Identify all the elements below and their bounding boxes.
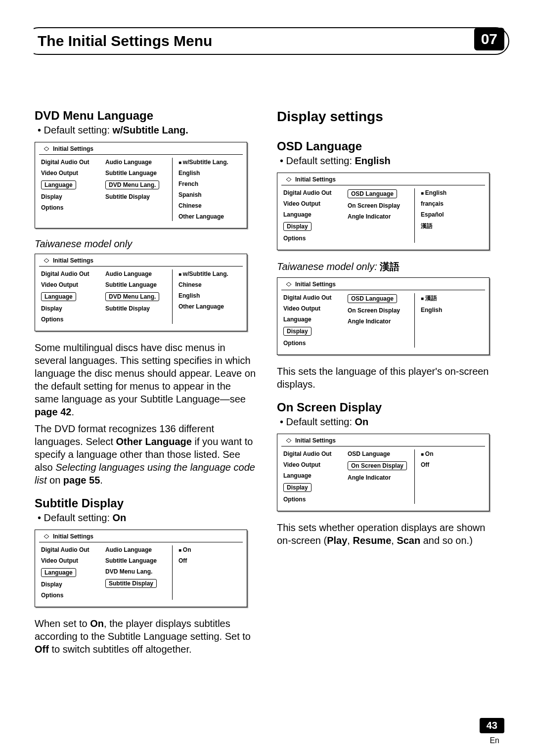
heading-on-screen-display: On Screen Display	[277, 400, 499, 414]
osd-title-bar: Initial Settings	[39, 254, 243, 267]
osd-nav-item: Display	[39, 580, 103, 589]
svg-marker-4	[286, 282, 291, 286]
osd-nav-item: Display	[281, 221, 346, 232]
osd-nav-item: Video Output	[281, 199, 346, 208]
osd-setting-item: Audio Language	[103, 545, 168, 554]
right-column: Display settings OSD Language Default se…	[277, 109, 499, 726]
paragraph: The DVD format recognizes 136 different …	[35, 422, 257, 487]
osd-title-bar: Initial Settings	[281, 434, 485, 446]
paragraph: This sets the language of this player's …	[277, 365, 499, 391]
osd-nav-item: Digital Audio Out	[281, 188, 346, 197]
osd-nav-item: Digital Audio Out	[39, 158, 103, 167]
chapter-header: The Initial Settings Menu	[25, 27, 509, 55]
osd-nav-item: Digital Audio Out	[39, 545, 103, 554]
osd-setting-item: DVD Menu Lang.	[103, 567, 168, 576]
svg-marker-0	[44, 147, 49, 151]
heading-subtitle-display: Subtitle Display	[35, 496, 257, 510]
osd-value-item: Chinese	[177, 280, 243, 289]
osd-value-item: English	[419, 188, 485, 197]
osd-title-bar: Initial Settings	[281, 278, 485, 290]
osd-setting-item: Angle Indicator	[346, 212, 410, 221]
osd-value-item: Other Language	[177, 302, 243, 311]
osd-nav-item: Video Output	[281, 304, 346, 313]
osd-setting-column: OSD LanguageOn Screen DisplayAngle Indic…	[346, 293, 415, 348]
paragraph: When set to On, the player displays subt…	[35, 617, 257, 656]
osd-nav-item: Options	[39, 203, 103, 212]
page-number-badge: 43	[480, 718, 504, 733]
osd-setting-column: OSD LanguageOn Screen DisplayAngle Indic…	[346, 449, 415, 504]
osd-title-text: Initial Settings	[53, 145, 93, 152]
osd-screenshot-dvd-menu-lang-tw: Initial SettingsDigital Audio OutVideo O…	[35, 254, 247, 331]
osd-value-item: w/Subtitle Lang.	[177, 269, 243, 278]
osd-title-text: Initial Settings	[295, 437, 336, 444]
osd-title-text: Initial Settings	[295, 281, 336, 288]
chapter-number-badge: 07	[474, 28, 504, 50]
osd-nav-item: Language	[281, 210, 346, 219]
osd-setting-column: Audio LanguageSubtitle LanguageDVD Menu …	[103, 545, 173, 600]
osd-nav-item: Video Output	[39, 556, 103, 565]
osd-nav-column: Digital Audio OutVideo OutputLanguageDis…	[281, 188, 346, 243]
note-taiwanese-only: Taiwanese model only: 漢語	[277, 260, 499, 273]
osd-value-item: français	[419, 199, 485, 208]
osd-setting-item: Angle Indicator	[346, 473, 410, 482]
osd-nav-item: Video Output	[39, 280, 103, 289]
osd-screenshot-osd-language-tw: Initial SettingsDigital Audio OutVideo O…	[277, 277, 490, 355]
svg-marker-3	[286, 178, 291, 181]
osd-title-bar: Initial Settings	[39, 530, 243, 542]
osd-nav-item: Display	[39, 304, 103, 313]
osd-title-text: Initial Settings	[295, 176, 336, 183]
osd-nav-item: Options	[39, 591, 103, 600]
osd-setting-item: Subtitle Display	[103, 192, 168, 201]
osd-value-item: 漢語	[419, 293, 485, 304]
osd-nav-item: Options	[281, 495, 346, 504]
osd-screenshot-osd-language: Initial SettingsDigital Audio OutVideo O…	[277, 173, 490, 250]
default-setting-line: Default setting: On	[280, 416, 499, 428]
osd-nav-item: Video Output	[281, 460, 346, 469]
note-taiwanese-only: Taiwanese model only	[35, 238, 257, 250]
osd-nav-item: Language	[39, 179, 103, 190]
osd-value-item: English	[177, 169, 243, 178]
chapter-title: The Initial Settings Menu	[26, 33, 212, 49]
osd-nav-item: Options	[39, 315, 103, 324]
osd-nav-item: Digital Audio Out	[39, 269, 103, 278]
osd-nav-item: Video Output	[39, 169, 103, 178]
osd-value-column: OnOff	[415, 449, 485, 504]
osd-value-column: EnglishfrançaisEspañol漢語	[415, 188, 485, 243]
osd-setting-column: OSD LanguageOn Screen DisplayAngle Indic…	[346, 188, 415, 243]
osd-setting-item: On Screen Display	[346, 460, 410, 471]
osd-value-item: Off	[177, 556, 243, 565]
osd-nav-item: Display	[39, 192, 103, 201]
heading-osd-language: OSD Language	[277, 139, 499, 153]
heading-dvd-menu-language: DVD Menu Language	[35, 109, 257, 123]
osd-nav-column: Digital Audio OutVideo OutputLanguageDis…	[281, 449, 346, 504]
page-body: DVD Menu Language Default setting: w/Sub…	[35, 109, 499, 726]
osd-title-text: Initial Settings	[53, 257, 93, 264]
osd-value-column: 漢語English	[415, 293, 485, 348]
osd-value-item: Chinese	[177, 201, 243, 210]
language-code: En	[490, 736, 499, 745]
default-setting-line: Default setting: English	[280, 155, 499, 167]
osd-setting-item: Audio Language	[103, 158, 168, 167]
osd-setting-column: Audio LanguageSubtitle LanguageDVD Menu …	[103, 158, 173, 221]
osd-value-item: Other Language	[177, 212, 243, 221]
osd-setting-item: Subtitle Language	[103, 280, 168, 289]
osd-setting-item: OSD Language	[346, 188, 410, 199]
heading-display-settings: Display settings	[277, 109, 499, 125]
osd-setting-item: Subtitle Display	[103, 578, 168, 589]
osd-nav-item: Display	[281, 482, 346, 493]
osd-nav-column: Digital Audio OutVideo OutputLanguageDis…	[39, 545, 103, 600]
osd-screenshot-dvd-menu-lang: Initial SettingsDigital Audio OutVideo O…	[35, 142, 247, 228]
osd-value-item: On	[177, 545, 243, 554]
osd-title-bar: Initial Settings	[39, 142, 243, 155]
osd-nav-column: Digital Audio OutVideo OutputLanguageDis…	[281, 293, 346, 348]
osd-value-item: Español	[419, 210, 485, 219]
osd-nav-item: Options	[281, 339, 346, 348]
osd-nav-column: Digital Audio OutVideo OutputLanguageDis…	[39, 158, 103, 221]
osd-screenshot-subtitle-display: Initial SettingsDigital Audio OutVideo O…	[35, 530, 247, 607]
svg-marker-2	[44, 534, 49, 538]
osd-setting-item: On Screen Display	[346, 306, 410, 315]
osd-value-column: w/Subtitle Lang.EnglishFrenchSpanishChin…	[173, 158, 243, 221]
osd-setting-item: Angle Indicator	[346, 317, 410, 326]
osd-setting-item: Subtitle Language	[103, 169, 168, 178]
osd-value-item: French	[177, 179, 243, 188]
